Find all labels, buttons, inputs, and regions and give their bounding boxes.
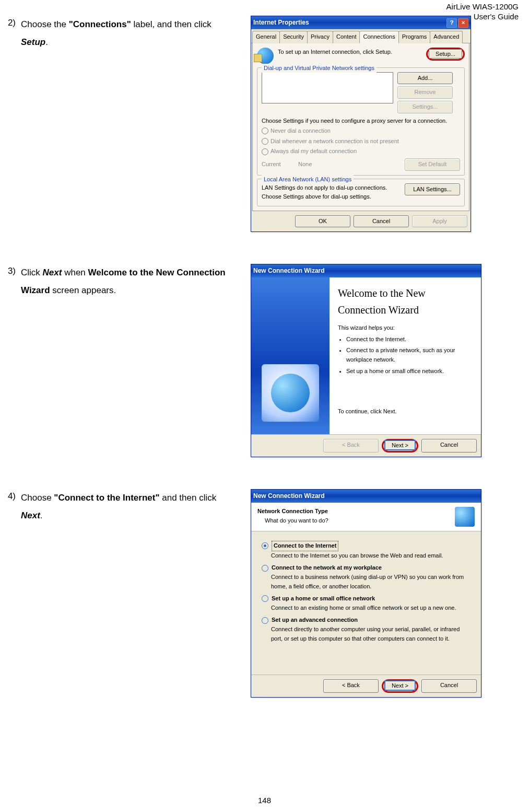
- wizard-subheading: Network Connection Type: [257, 507, 328, 516]
- help-icon[interactable]: ?: [446, 18, 457, 28]
- cancel-button[interactable]: Cancel: [354, 215, 409, 228]
- wizard-heading: Welcome to the New Connection Wizard: [338, 285, 473, 318]
- lan-message: LAN Settings do not apply to dial-up con…: [262, 183, 401, 202]
- next-button[interactable]: Next >: [384, 440, 416, 450]
- add-button[interactable]: Add...: [397, 72, 453, 85]
- current-label: Current: [262, 160, 298, 169]
- window-titlebar: New Connection Wizard: [251, 264, 481, 277]
- connections-listbox[interactable]: [262, 72, 393, 103]
- window-title: New Connection Wizard: [253, 491, 325, 501]
- window-titlebar: New Connection Wizard: [251, 490, 481, 503]
- highlight-circle: Next >: [382, 439, 418, 453]
- radio-dial-when-needed: [262, 138, 268, 145]
- wizard-header-icon: [455, 507, 475, 527]
- internet-globe-icon: [257, 48, 274, 64]
- wizard-bullets: Connect to the Internet. Connect to a pr…: [338, 335, 473, 376]
- tab-programs[interactable]: Programs: [398, 31, 431, 43]
- tab-content[interactable]: Content: [333, 31, 360, 43]
- tab-strip: General Security Privacy Content Connect…: [251, 29, 471, 43]
- remove-button: Remove: [397, 86, 453, 99]
- wizard-question: What do you want to do?: [265, 516, 328, 526]
- close-icon[interactable]: ×: [458, 18, 468, 28]
- wizard-continue-text: To continue, click Next.: [338, 407, 473, 416]
- new-connection-wizard-welcome: New Connection Wizard Welcome to the New…: [251, 264, 481, 457]
- radio-always-dial: [262, 148, 268, 155]
- group-dialup-title: Dial-up and Virtual Private Network sett…: [262, 64, 377, 73]
- step-3-text: Click Next when Welcome to the New Conne…: [21, 264, 251, 299]
- radio-icon: [262, 617, 268, 624]
- step-number-3: 3): [0, 264, 21, 278]
- back-button[interactable]: < Back: [323, 679, 379, 693]
- radio-icon: [262, 595, 268, 602]
- setup-button[interactable]: Setup...: [429, 49, 462, 59]
- option-connect-internet[interactable]: Connect to the Internet Connect to the I…: [262, 541, 471, 560]
- current-value: None: [298, 160, 405, 169]
- option-advanced-connection[interactable]: Set up an advanced connection Connect di…: [262, 616, 471, 643]
- step-2-text: Choose the "Connections" label, and then…: [21, 16, 251, 51]
- window-title: New Connection Wizard: [253, 266, 325, 276]
- tab-general[interactable]: General: [252, 31, 280, 43]
- tab-connections[interactable]: Connections: [359, 31, 398, 43]
- back-button: < Back: [323, 439, 379, 453]
- wizard-side-art: [251, 277, 330, 434]
- wizard-globe-icon: [262, 364, 319, 422]
- window-titlebar: Internet Properties ? ×: [251, 16, 471, 29]
- radio-never-dial: [262, 127, 268, 134]
- radio-selected-icon: [262, 542, 268, 549]
- proxy-message: Choose Settings if you need to configure…: [262, 117, 460, 126]
- page-number: 148: [0, 794, 529, 807]
- ok-button[interactable]: OK: [295, 215, 350, 228]
- internet-properties-window: Internet Properties ? × General Security…: [251, 16, 471, 232]
- option-home-network[interactable]: Set up a home or small office network Co…: [262, 594, 471, 612]
- cancel-button[interactable]: Cancel: [421, 679, 477, 693]
- step-number-2: 2): [0, 16, 21, 30]
- group-lan-title: Local Area Network (LAN) settings: [262, 175, 354, 184]
- wizard-help-intro: This wizard helps you:: [338, 323, 473, 333]
- highlight-circle: Next >: [382, 679, 418, 693]
- tab-privacy[interactable]: Privacy: [307, 31, 333, 43]
- step-number-4: 4): [0, 489, 21, 503]
- set-default-button: Set Default: [405, 158, 460, 171]
- apply-button: Apply: [412, 215, 467, 228]
- option-connect-workplace[interactable]: Connect to the network at my workplace C…: [262, 563, 471, 591]
- lan-settings-button[interactable]: LAN Settings...: [405, 183, 460, 196]
- new-connection-wizard-type: New Connection Wizard Network Connection…: [251, 489, 481, 698]
- tab-security[interactable]: Security: [279, 31, 308, 43]
- window-title: Internet Properties: [253, 18, 309, 28]
- step-4-text: Choose "Connect to the Internet" and the…: [21, 489, 251, 525]
- tab-advanced[interactable]: Advanced: [430, 31, 463, 43]
- product-name: AirLive WIAS-1200G: [446, 2, 519, 12]
- highlight-circle: Setup...: [426, 48, 465, 61]
- setup-message: To set up an Internet connection, click …: [278, 48, 422, 57]
- radio-icon: [262, 565, 268, 572]
- cancel-button[interactable]: Cancel: [421, 439, 477, 453]
- settings-button: Settings...: [397, 101, 453, 113]
- next-button[interactable]: Next >: [384, 680, 416, 691]
